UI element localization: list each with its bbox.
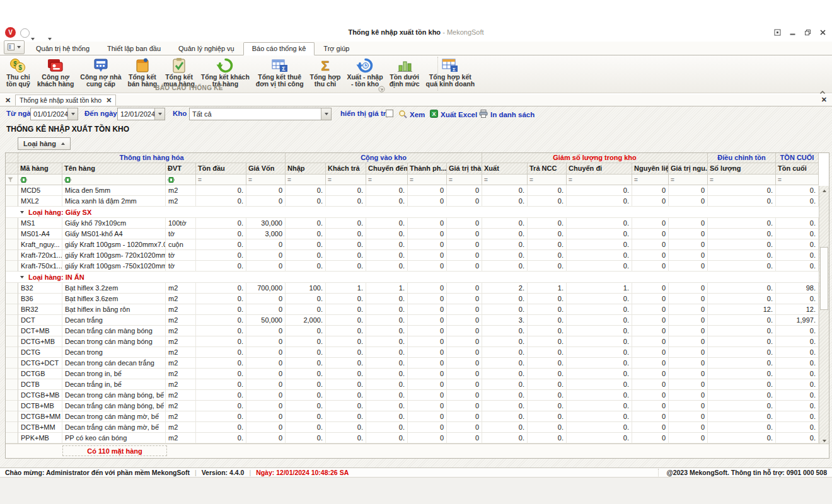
tab-thong-ke-nhap-xuat-ton-kho[interactable]: Thống kê nhập xuất tồn kho ✕ <box>15 94 116 106</box>
cell-nguyen_lieu[interactable]: 0 <box>632 261 669 272</box>
cell-khach_tra[interactable]: 0. <box>326 379 366 390</box>
cell-tra_ncc[interactable]: 0. <box>528 433 567 444</box>
cell-nguyen_lieu[interactable]: 0 <box>632 250 669 261</box>
cell-ten_hang[interactable]: Giấy MS01-khổ A4 <box>62 229 166 239</box>
cell-ton_dau[interactable]: 0. <box>196 411 246 422</box>
filter-cell-ten_hang[interactable] <box>62 175 166 185</box>
table-row[interactable]: MS1Giấy khổ 79x109cm100tờ0.30,0000.0.0.0… <box>6 218 829 229</box>
cell-ton_cuoi[interactable]: 0. <box>776 261 819 272</box>
cell-khach_tra[interactable]: 0. <box>326 218 366 229</box>
cell-khach_tra[interactable]: 0. <box>326 294 366 304</box>
table-row[interactable]: DCTGBDecan trong in, bếm20.00.0.0.000.0.… <box>6 369 829 379</box>
cell-xuat[interactable]: 0. <box>482 239 528 250</box>
table-row[interactable]: PPK+MBPP có keo cán bóngm20.00.0.0.000.0… <box>6 433 829 444</box>
cell-chuyen_di[interactable]: 0. <box>567 379 632 390</box>
cell-dvt[interactable]: m2 <box>166 422 196 433</box>
cell-ton_cuoi[interactable]: 0. <box>776 433 819 444</box>
cell-ten_hang[interactable]: Decan trong cán màng bóng <box>62 336 166 347</box>
cell-ton_cuoi[interactable]: 0. <box>776 347 819 358</box>
filter-cell-chuyen_di[interactable]: = <box>567 175 632 185</box>
cell-nhap[interactable]: 0. <box>286 411 326 422</box>
cell-gia_tri_nguyen[interactable]: 0 <box>669 261 708 272</box>
cell-khach_tra[interactable]: 0. <box>326 250 366 261</box>
column-header-gia_tri_nguyen[interactable]: Giá trị ngu... <box>669 163 708 175</box>
expand-collapse-icon[interactable] <box>20 211 24 214</box>
cell-gia_tri_thanh[interactable]: 0 <box>447 433 482 444</box>
table-row[interactable]: DCTB+MMDecan trắng cán màng mờ, bếm20.00… <box>6 422 829 433</box>
group-by-chip[interactable]: Loại hàng <box>18 137 71 150</box>
cell-ton_cuoi[interactable]: 0. <box>776 390 819 401</box>
cell-ma_hang[interactable]: DCTB+MM <box>18 422 62 433</box>
cell-gia_tri_thanh[interactable]: 0 <box>447 336 482 347</box>
cell-dvt[interactable]: tờ <box>166 261 196 272</box>
cell-ten_hang[interactable]: Decan trong cán decan trắng <box>62 358 166 369</box>
column-header-so_luong[interactable]: Số lượng <box>708 163 776 175</box>
cell-khach_tra[interactable]: 0. <box>326 196 366 207</box>
cell-chuyen_den[interactable]: 0. <box>366 390 408 401</box>
cell-so_luong[interactable]: 0. <box>708 261 776 272</box>
cell-ten_hang[interactable]: Decan trắng <box>62 315 166 326</box>
cell-khach_tra[interactable]: 0. <box>326 401 366 411</box>
cell-ton_cuoi[interactable]: 0. <box>776 185 819 196</box>
cell-ton_dau[interactable]: 0. <box>196 218 246 229</box>
cell-khach_tra[interactable]: 0. <box>326 304 366 315</box>
cell-gia_tri_thanh[interactable]: 0 <box>447 261 482 272</box>
cell-tra_ncc[interactable]: 0. <box>528 390 567 401</box>
cell-dvt[interactable]: m2 <box>166 336 196 347</box>
export-excel-button[interactable]: X Xuất Excel <box>430 108 477 120</box>
cell-nhap[interactable]: 0. <box>286 336 326 347</box>
cell-ma_hang[interactable]: DCTGB+MB <box>18 390 62 401</box>
cell-dvt[interactable]: m2 <box>166 304 196 315</box>
cell-nguyen_lieu[interactable]: 0 <box>632 326 669 336</box>
cell-gia_tri_thanh[interactable]: 0 <box>447 379 482 390</box>
cell-chuyen_den[interactable]: 0. <box>366 411 408 422</box>
cell-ton_cuoi[interactable]: 0. <box>776 218 819 229</box>
table-row[interactable]: DCTGB+MMDecan trong cán màng mờ, bếm20.0… <box>6 411 829 422</box>
cell-nhap[interactable]: 100. <box>286 283 326 294</box>
cell-ma_hang[interactable]: DCT <box>18 315 62 326</box>
cell-ten_hang[interactable]: Decan trong cán màng mờ, bế <box>62 411 166 422</box>
cell-nguyen_lieu[interactable]: 0 <box>632 401 669 411</box>
cell-thanh_pham[interactable]: 0 <box>408 390 447 401</box>
cell-chuyen_den[interactable]: 0. <box>366 239 408 250</box>
table-row[interactable]: DCTG+DCTDecan trong cán decan trắngm20.0… <box>6 358 829 369</box>
cell-ma_hang[interactable]: MCD5 <box>18 185 62 196</box>
cell-gia_von[interactable]: 0 <box>246 422 286 433</box>
cell-khach_tra[interactable]: 1. <box>326 283 366 294</box>
cell-xuat[interactable]: 0. <box>482 261 528 272</box>
ribbon-tab-tro-giup[interactable]: Trợ giúp <box>315 42 358 55</box>
cell-nhap[interactable]: 2,000. <box>286 315 326 326</box>
cell-ten_hang[interactable]: Decan trong in, bế <box>62 369 166 379</box>
filter-cell-dvt[interactable] <box>166 175 196 185</box>
cell-gia_tri_nguyen[interactable]: 0 <box>669 347 708 358</box>
cell-gia_von[interactable]: 0 <box>246 358 286 369</box>
cell-nguyen_lieu[interactable]: 0 <box>632 369 669 379</box>
cell-gia_von[interactable]: 0 <box>246 185 286 196</box>
cell-tra_ncc[interactable]: 0. <box>528 326 567 336</box>
cell-chuyen_den[interactable]: 0. <box>366 185 408 196</box>
cell-nhap[interactable]: 0. <box>286 433 326 444</box>
filter-cell-ma_hang[interactable] <box>18 175 62 185</box>
cell-chuyen_den[interactable]: 0. <box>366 358 408 369</box>
column-header-ton_cuoi[interactable]: Tồn cuối <box>776 163 819 175</box>
cell-chuyen_den[interactable]: 0. <box>366 261 408 272</box>
group-row[interactable]: Loại hàng: Giấy SX <box>6 207 829 218</box>
cell-xuat[interactable]: 0. <box>482 358 528 369</box>
cell-khach_tra[interactable]: 0. <box>326 336 366 347</box>
table-row[interactable]: DCTG+MBDecan trong cán màng bóngm20.00.0… <box>6 336 829 347</box>
cell-ton_dau[interactable]: 0. <box>196 196 246 207</box>
cell-chuyen_di[interactable]: 0. <box>567 422 632 433</box>
ribbon-tool-tong-ket-thue-don-vi-thi-cong[interactable]: ΣTổng kết thuêđơn vị thi công <box>253 57 307 88</box>
cell-ten_hang[interactable]: giấy Kraft 100gsm- 720x1020mm <box>62 250 166 261</box>
ribbon-tool-thu-chi-ton-quy[interactable]: $$Thu chitồn quỹ <box>3 57 34 88</box>
cell-ten_hang[interactable]: PP có keo cán bóng <box>62 433 166 444</box>
band-header-out[interactable]: Giảm số lượng trong kho <box>482 153 708 163</box>
cell-dvt[interactable]: tờ <box>166 229 196 239</box>
column-header-xuat[interactable]: Xuất <box>482 163 528 175</box>
cell-nguyen_lieu[interactable]: 0 <box>632 218 669 229</box>
cell-dvt[interactable]: tờ <box>166 250 196 261</box>
cell-khach_tra[interactable]: 0. <box>326 239 366 250</box>
ribbon-tool-tong-hop-ket-qua-kinh-doanh[interactable]: ΣTổng hợp kếtquả kinh doanh <box>422 57 478 88</box>
cell-dvt[interactable]: m2 <box>166 326 196 336</box>
cell-ton_cuoi[interactable]: 0. <box>776 411 819 422</box>
